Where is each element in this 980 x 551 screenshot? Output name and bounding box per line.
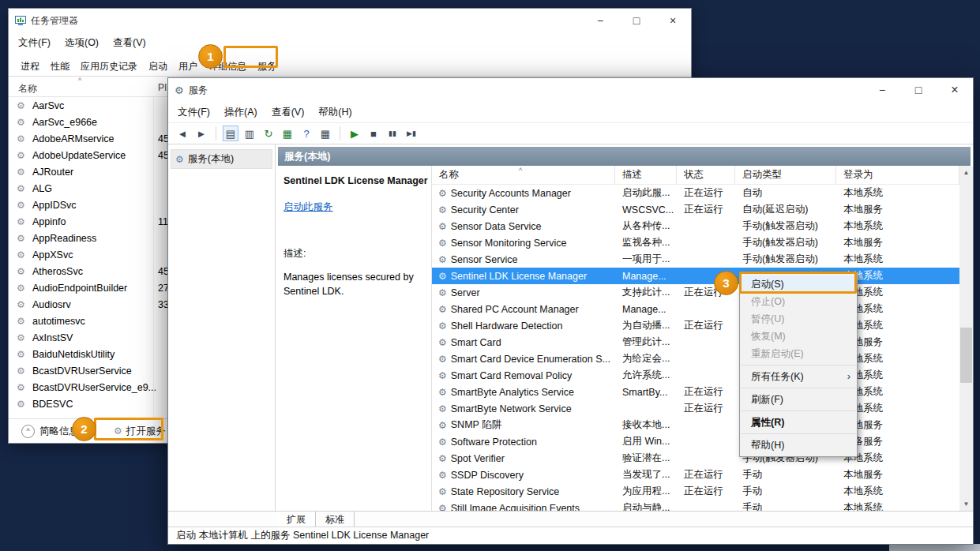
service-desc-cell: Manage... — [615, 271, 677, 282]
scrollbar-thumb[interactable] — [960, 328, 972, 383]
toolbar-separator — [216, 126, 216, 141]
collapse-chevron-icon[interactable]: ^ — [21, 425, 35, 438]
service-gear-icon: ⚙ — [438, 437, 447, 448]
service-startup-cell: 手动 — [735, 501, 836, 511]
context-menu-item-resume: 恢复(M) — [740, 328, 857, 345]
stop-service-icon[interactable]: ■ — [366, 126, 381, 141]
context-menu-item-help[interactable]: 帮助(H) — [740, 437, 857, 454]
service-desc-cell: WSCSVC... — [615, 204, 677, 216]
export-list-icon[interactable]: ▦ — [280, 126, 295, 141]
service-gear-icon: ⚙ — [17, 133, 29, 144]
window-view-icon[interactable]: ▦ — [317, 126, 333, 141]
service-desc-cell: 当发现了... — [615, 468, 677, 482]
service-status-cell: 正在运行 — [677, 402, 735, 415]
service-row[interactable]: ⚙Spot Verifier验证潜在...手动(触发器启动)本地系统 — [432, 450, 973, 467]
tm-menu-item[interactable]: 查看(V) — [113, 36, 146, 50]
service-row[interactable]: ⚙Shared PC Account ManagerManage...本地系统 — [432, 301, 973, 317]
scroll-up-icon[interactable]: ▲ — [959, 166, 973, 179]
svc-titlebar[interactable]: ⚙ 服务 − □ × — [168, 78, 973, 102]
refresh-icon[interactable]: ↻ — [261, 126, 276, 141]
service-row[interactable]: ⚙State Repository Service为应用程...正在运行手动本地… — [432, 483, 973, 500]
open-services-highlight — [94, 418, 163, 440]
column-header-0[interactable]: 名称^ — [432, 166, 615, 184]
service-name-cell: ⚙SmartByte Network Service — [432, 403, 615, 414]
service-row[interactable]: ⚙Sensor Data Service从各种传...手动(触发器启动)本地系统 — [432, 218, 973, 234]
tm-service-name: Audiosrv — [32, 299, 71, 310]
service-row[interactable]: ⚙Server支持此计...正在运行本地系统 — [432, 284, 973, 301]
service-name-cell: ⚙Sensor Monitoring Service — [432, 238, 615, 249]
service-gear-icon: ⚙ — [438, 370, 447, 381]
service-row[interactable]: ⚙SSDP Discovery当发现了...正在运行手动本地服务 — [432, 467, 973, 483]
svc-menu-item[interactable]: 操作(A) — [224, 106, 257, 119]
tab-app-history[interactable]: 应用历史记录 — [75, 53, 143, 76]
pause-service-icon[interactable]: ▮▮ — [385, 126, 400, 141]
service-gear-icon: ⚙ — [438, 420, 447, 431]
tab-performance[interactable]: 性能 — [45, 53, 75, 76]
column-header-3[interactable]: 启动类型 — [735, 166, 836, 184]
service-name-cell: ⚙Still Image Acquisition Events — [432, 503, 615, 512]
service-row[interactable]: ⚙Shell Hardware Detection为自动播...正在运行本地系统 — [432, 317, 973, 334]
show-console-tree-icon[interactable]: ▤ — [223, 126, 238, 141]
service-logon-cell: 本地服务 — [836, 203, 959, 216]
service-name: Sensor Monitoring Service — [451, 238, 567, 249]
context-menu-item-properties[interactable]: 属性(R) — [740, 414, 857, 431]
view-tab-standard[interactable]: 标准 — [316, 512, 355, 527]
forward-icon[interactable]: ► — [193, 126, 209, 141]
service-name: Sensor Data Service — [451, 221, 542, 232]
service-row[interactable]: ⚙Smart Card Device Enumeration S...为给定会.… — [432, 350, 973, 367]
help-icon[interactable]: ? — [299, 126, 314, 141]
column-header-4[interactable]: 登录为 — [836, 166, 959, 184]
context-menu-item-refresh[interactable]: 刷新(F) — [740, 391, 857, 408]
service-row[interactable]: ⚙Sentinel LDK License ManagerManage...本地… — [432, 268, 973, 284]
svc-minimize-button[interactable]: − — [864, 78, 900, 102]
desktop-fragment — [889, 544, 980, 551]
svc-menu-item[interactable]: 帮助(H) — [318, 106, 351, 119]
restart-service-icon[interactable]: ▶▮ — [404, 126, 419, 141]
column-header-2[interactable]: 状态 — [677, 166, 735, 184]
service-gear-icon: ⚙ — [17, 316, 29, 327]
vertical-scrollbar[interactable]: ▲ ▼ — [959, 166, 973, 511]
service-row[interactable]: ⚙Sensor Service一项用于...手动(触发器启动)本地系统 — [432, 251, 973, 268]
selected-service-name: Sentinel LDK License Manager — [283, 175, 423, 186]
start-service-link[interactable]: 启动此服务 — [283, 201, 333, 214]
service-name-cell: ⚙SNMP 陷阱 — [432, 418, 615, 432]
service-row[interactable]: ⚙Software Protection启用 Win...网络服务 — [432, 433, 973, 450]
start-menu-item-highlight — [739, 272, 857, 294]
service-row[interactable]: ⚙Security CenterWSCSVC...正在运行自动(延迟启动)本地服… — [432, 201, 973, 218]
svc-close-button[interactable]: × — [937, 78, 973, 102]
column-header-1[interactable]: 描述 — [615, 166, 677, 184]
service-name-cell: ⚙Spot Verifier — [432, 453, 615, 464]
service-gear-icon: ⚙ — [17, 349, 29, 360]
tm-menu-item[interactable]: 选项(O) — [65, 36, 99, 50]
service-row[interactable]: ⚙Smart Card管理此计...本地服务 — [432, 334, 973, 350]
tab-startup[interactable]: 启动 — [143, 53, 173, 76]
service-startup-cell: 手动 — [735, 468, 836, 482]
tm-service-name: BcastDVRUserService — [32, 365, 132, 377]
service-row[interactable]: ⚙Sensor Monitoring Service监视各种...手动(触发器启… — [432, 234, 973, 251]
service-row[interactable]: ⚙SmartByte Analytics ServiceSmartBy...正在… — [432, 384, 973, 400]
tm-maximize-button[interactable]: □ — [618, 9, 655, 32]
tm-column-name[interactable]: 名称 — [18, 82, 37, 96]
svc-menu-item[interactable]: 查看(V) — [272, 106, 305, 119]
service-row[interactable]: ⚙Still Image Acquisition Events启动与静...手动… — [432, 500, 973, 511]
tab-processes[interactable]: 进程 — [15, 53, 45, 76]
service-row[interactable]: ⚙Smart Card Removal Policy允许系统...本地系统 — [432, 367, 973, 384]
service-name-cell: ⚙SSDP Discovery — [432, 470, 615, 481]
tm-close-button[interactable]: × — [655, 9, 691, 32]
context-menu: 启动(S)停止(O)暂停(U)恢复(M)重新启动(E)所有任务(K)›刷新(F)… — [739, 272, 858, 457]
back-icon[interactable]: ◄ — [175, 126, 190, 141]
tree-item-services-local[interactable]: ⚙ 服务(本地) — [171, 149, 272, 169]
view-tab-extended[interactable]: 扩展 — [277, 512, 316, 527]
service-row[interactable]: ⚙SNMP 陷阱接收本地...本地服务 — [432, 417, 973, 433]
service-row[interactable]: ⚙SmartByte Network Service正在运行本地系统 — [432, 400, 973, 417]
tm-titlebar[interactable]: 任务管理器 − □ × — [9, 9, 691, 32]
context-menu-item-all-tasks[interactable]: 所有任务(K)› — [740, 368, 857, 385]
start-service-icon[interactable]: ▶ — [347, 126, 362, 141]
tm-menu-item[interactable]: 文件(F) — [18, 36, 51, 50]
service-row[interactable]: ⚙Security Accounts Manager启动此服...正在运行自动本… — [432, 185, 973, 201]
svc-menu-item[interactable]: 文件(F) — [178, 106, 210, 119]
scroll-down-icon[interactable]: ▼ — [959, 497, 973, 511]
svc-maximize-button[interactable]: □ — [900, 78, 937, 102]
properties-icon[interactable]: ▥ — [242, 126, 257, 141]
tm-minimize-button[interactable]: − — [582, 9, 618, 32]
